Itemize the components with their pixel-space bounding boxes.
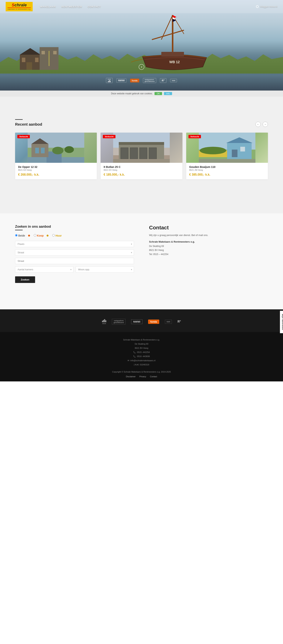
- sold-badge-2: Verkocht: [103, 135, 115, 138]
- plaats-select-wrapper: Plaats: [15, 241, 134, 247]
- property-price-3: € 385.000,- k.k.: [189, 173, 265, 176]
- svg-rect-28: [119, 142, 164, 145]
- woonopp-select-wrapper: Woon.opp.: [76, 266, 134, 272]
- footer-vastgoedcert: vastgoedcertgecertificeerd: [112, 319, 126, 324]
- site-header: Schrale makelaars & rentmeesters o.g. MA…: [0, 0, 283, 13]
- search-divider: [15, 230, 23, 230]
- partners-bar: WON NWWI funda vastgoedcertgecertificeer…: [106, 78, 177, 83]
- login-link[interactable]: Inloggen move.nl: [260, 5, 277, 8]
- cookie-text: Deze website maakt gebruik van cookies.: [111, 92, 153, 95]
- contact-company: Schrale Makelaars & Rentmeesters o.g.: [149, 240, 268, 243]
- footer-funda: funda: [148, 320, 159, 324]
- property-info-2: It Butlan 25 C 8621 DV Heeg € 185.000,- …: [100, 163, 182, 180]
- footer-dark: WON vastgoedcertgecertificeerd NWWI fund…: [0, 309, 283, 332]
- footer-links: Disclaimer Privacy Contact: [0, 376, 283, 378]
- footer-company: Schrale Makelaars & Rentmeesters o.g.: [0, 338, 283, 342]
- plaats-row: Plaats: [15, 241, 134, 247]
- logo[interactable]: Schrale makelaars & rentmeesters o.g.: [6, 2, 33, 11]
- property-image-3: Verkocht: [186, 132, 268, 163]
- search-title: Zoeken in ons aanbod: [15, 225, 134, 229]
- email-icon: [128, 358, 129, 362]
- svg-point-37: [200, 147, 226, 154]
- property-card-3[interactable]: Verkocht Gouden Boaijum 110 8621 JW Heeg…: [186, 132, 268, 180]
- footer-privacy-link[interactable]: Privacy: [140, 376, 146, 378]
- nav-rentmeester[interactable]: RENTMEESTER: [62, 5, 82, 8]
- property-name-1: De Opper 12 32: [18, 166, 94, 168]
- svg-rect-26: [140, 148, 147, 159]
- footer-tel: 0515 -442254: [0, 350, 283, 354]
- svg-rect-38: [199, 159, 255, 163]
- search-button[interactable]: Zoeken: [15, 276, 35, 283]
- property-image-1: Verkocht: [15, 132, 97, 163]
- property-location-3: 8621 JW Heeg: [189, 169, 265, 171]
- logo-line: [8, 8, 31, 8]
- radio-beide[interactable]: [15, 234, 18, 236]
- main-nav: MAKELAAR RENTMEESTER CONTACT: [40, 5, 101, 8]
- footer: WON vastgoedcertgecertificeerd NWWI fund…: [0, 309, 283, 382]
- property-name-2: It Butlan 25 C: [104, 166, 179, 168]
- scroll-down-button[interactable]: ▾: [139, 64, 144, 70]
- svg-rect-14: [32, 144, 48, 157]
- property-location-2: 8621 DV Heeg: [104, 169, 179, 171]
- logo-tagline: makelaars & rentmeesters o.g.: [8, 8, 31, 10]
- footer-kvk: | KvK: 01040319: [0, 362, 283, 367]
- nav-makelaar[interactable]: MAKELAAR: [40, 5, 56, 8]
- sold-badge-3: Verkocht: [188, 135, 201, 138]
- svg-marker-5: [173, 19, 176, 22]
- footer-r: R°: [178, 320, 181, 323]
- contact-address-line2: 8621 BV Heeg: [149, 248, 268, 252]
- cookie-ok-button[interactable]: OK: [154, 92, 162, 95]
- straat-input-row: [15, 258, 134, 264]
- nav-contact[interactable]: CONTACT: [88, 5, 101, 8]
- water-reflection: [0, 76, 283, 90]
- footer-address: De Skatting 69: [0, 342, 283, 346]
- section-title: Recent aanbod: [15, 122, 42, 126]
- favorites-tab[interactable]: Mijn favorieten: [280, 311, 283, 333]
- straat-row: Straat: [15, 250, 134, 256]
- hero-section: WB 12 ▾ WON NWWI funda vastgoedcertgecer…: [0, 0, 283, 90]
- section-header: Recent aanbod ← →: [15, 122, 268, 127]
- straat-select[interactable]: Straat: [15, 250, 134, 256]
- woonopp-select[interactable]: Woon.opp.: [76, 266, 134, 272]
- svg-rect-8: [161, 52, 184, 56]
- footer-copyright: Copyright © Schrale Makelaars & Rentmees…: [0, 370, 283, 374]
- properties-grid: Verkocht De Opper 12 32 8621 DZ Heeg € 2…: [15, 132, 268, 180]
- phone-icon-2: [133, 354, 136, 358]
- footer-city: 8621 BV Heeg: [0, 346, 283, 350]
- next-arrow[interactable]: →: [262, 122, 268, 127]
- property-info-1: De Opper 12 32 8621 DZ Heeg € 268.000,- …: [15, 163, 97, 180]
- straat-input[interactable]: [15, 258, 134, 264]
- footer-contact-link[interactable]: Contact: [150, 376, 157, 378]
- user-icon: [256, 5, 259, 8]
- partner-nwwi: NWWI: [116, 78, 126, 82]
- svg-rect-29: [113, 159, 170, 163]
- radio-koop[interactable]: [34, 234, 36, 236]
- radio-group: Beide Koop Huur: [15, 234, 134, 237]
- contact-title: Contact: [149, 225, 268, 231]
- radio-koop-label: Koop: [34, 234, 44, 237]
- section-divider: [15, 119, 23, 120]
- radio-huur[interactable]: [52, 234, 55, 236]
- footer-nvm: nvm: [165, 320, 172, 324]
- footer-logos: WON vastgoedcertgecertificeerd NWWI fund…: [0, 319, 283, 324]
- plaats-select[interactable]: Plaats: [15, 241, 134, 247]
- contact-tel: Tel: 0515 – 442254: [149, 252, 268, 256]
- partner-funda: funda: [130, 79, 139, 82]
- search-section: Zoeken in ons aanbod Beide Koop Huur Pla…: [15, 225, 134, 283]
- svg-rect-27: [149, 148, 156, 159]
- property-card-1[interactable]: Verkocht De Opper 12 32 8621 DZ Heeg € 2…: [15, 132, 97, 180]
- property-price-1: € 268.000,- k.k.: [18, 173, 94, 176]
- svg-point-19: [64, 146, 74, 153]
- svg-line-6: [152, 30, 184, 40]
- prev-arrow[interactable]: ←: [256, 122, 261, 127]
- property-name-3: Gouden Boaijum 110: [189, 166, 265, 168]
- kamers-select[interactable]: Aantal kamers: [15, 266, 74, 272]
- radio-beide-label: Beide: [15, 234, 25, 237]
- footer-nwwi: NWWI: [131, 319, 142, 324]
- svg-rect-16: [35, 148, 39, 153]
- property-card-2[interactable]: Verkocht It Butlan 25 C 8621 DV Heeg € 1…: [100, 132, 182, 180]
- radio-koop-dot: [28, 235, 30, 236]
- cookie-info-button[interactable]: Info: [164, 92, 172, 95]
- svg-rect-24: [121, 148, 128, 159]
- footer-disclaimer-link[interactable]: Disclaimer: [126, 376, 136, 378]
